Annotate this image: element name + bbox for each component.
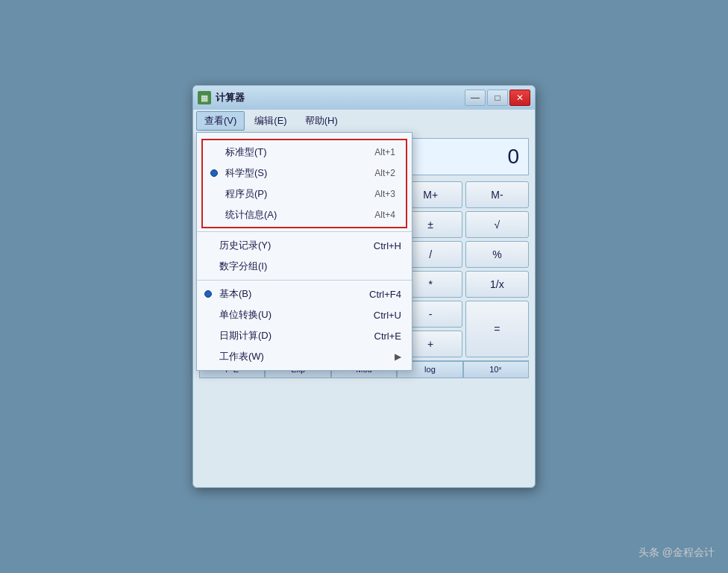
- percent-button[interactable]: %: [465, 241, 529, 268]
- standard-mode-item[interactable]: 标准型(T) Alt+1: [203, 142, 406, 163]
- title-bar: ▦ 计算器 — □ ✕: [193, 86, 535, 110]
- sqrt-button[interactable]: √: [465, 211, 529, 238]
- radio-indicator: [210, 169, 218, 177]
- help-menu[interactable]: 帮助(H): [297, 111, 346, 131]
- separator-2: [197, 280, 412, 281]
- equals-button[interactable]: =: [465, 301, 529, 357]
- view-menu[interactable]: 查看(V): [196, 111, 245, 131]
- unit-conversion-item[interactable]: 单位转换(U) Ctrl+U: [197, 304, 412, 325]
- basic-item[interactable]: 基本(B) Ctrl+F4: [197, 284, 412, 304]
- 10x-tab[interactable]: 10ˣ: [463, 361, 529, 378]
- reciprocal-button[interactable]: 1/x: [465, 271, 529, 298]
- view-menu-container: 查看(V) 标准型(T) Alt+1 科学型(S) Alt+2 程序员(P): [196, 111, 245, 131]
- window-controls: — □ ✕: [465, 90, 530, 106]
- app-icon: ▦: [198, 91, 211, 104]
- close-button[interactable]: ✕: [509, 90, 530, 106]
- calculator-window: ▦ 计算器 — □ ✕ 查看(V) 标准型(T) Alt+1: [192, 85, 536, 488]
- minimize-button[interactable]: —: [465, 90, 486, 106]
- date-calc-item[interactable]: 日期计算(D) Ctrl+E: [197, 325, 412, 346]
- window-title: 计算器: [216, 91, 245, 104]
- title-left: ▦ 计算器: [198, 91, 245, 104]
- scientific-mode-item[interactable]: 科学型(S) Alt+2: [203, 163, 406, 184]
- view-dropdown: 标准型(T) Alt+1 科学型(S) Alt+2 程序员(P) Alt+3 统…: [196, 132, 412, 371]
- worksheet-item[interactable]: 工作表(W) ▶: [197, 346, 412, 367]
- submenu-arrow: ▶: [395, 351, 401, 362]
- history-item[interactable]: 历史记录(Y) Ctrl+H: [197, 235, 412, 256]
- watermark: 头条 @金程会计: [638, 546, 715, 560]
- statistics-mode-item[interactable]: 统计信息(A) Alt+4: [203, 204, 406, 225]
- programmer-mode-item[interactable]: 程序员(P) Alt+3: [203, 184, 406, 204]
- display-value: 0: [507, 145, 519, 169]
- restore-button[interactable]: □: [487, 90, 508, 106]
- basic-radio: [204, 290, 212, 298]
- mminus-button[interactable]: M-: [465, 181, 529, 208]
- grouping-item[interactable]: 数字分组(I): [197, 256, 412, 277]
- separator-1: [197, 231, 412, 232]
- menu-bar: 查看(V) 标准型(T) Alt+1 科学型(S) Alt+2 程序员(P): [193, 110, 535, 132]
- view-type-section: 标准型(T) Alt+1 科学型(S) Alt+2 程序员(P) Alt+3 统…: [201, 139, 407, 228]
- edit-menu[interactable]: 编辑(E): [246, 111, 295, 131]
